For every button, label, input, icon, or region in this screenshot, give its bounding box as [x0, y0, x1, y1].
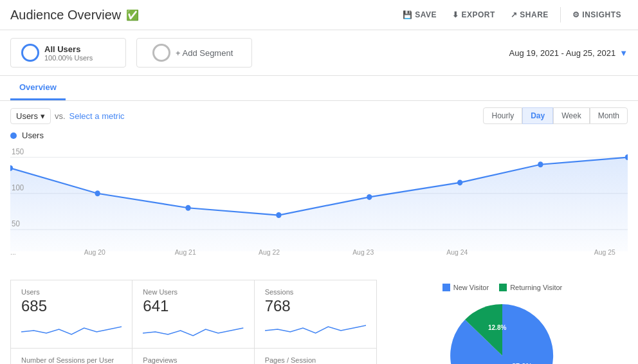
share-icon: ↗ [511, 10, 518, 19]
users-sparkline [21, 319, 122, 338]
pie-chart-container: 87.2% 12.8% [444, 298, 560, 365]
svg-text:Aug 22: Aug 22 [259, 248, 280, 256]
segments-left: All Users 100.00% Users + Add Segment [10, 38, 252, 68]
month-button[interactable]: Month [590, 107, 628, 124]
stat-users-value: 685 [21, 297, 122, 315]
stat-users-label: Users [21, 288, 122, 296]
new-visitor-color [442, 284, 450, 291]
new-users-sparkline [143, 319, 243, 338]
stat-sessions-per-user: Number of Sessions per User 1.12 [11, 349, 132, 364]
metric-dropdown[interactable]: Users ▾ [10, 108, 51, 124]
stat-sessions-value: 768 [265, 297, 366, 315]
svg-point-9 [457, 179, 462, 185]
header-divider [560, 7, 561, 23]
chart-legend: Users [10, 131, 628, 143]
stat-new-users-value: 641 [143, 297, 243, 315]
chart-legend-label: Users [22, 131, 44, 140]
new-visitor-label: New Visitor [453, 284, 489, 291]
stat-sessions-label: Sessions [265, 288, 366, 296]
time-buttons: Hourly Day Week Month [483, 107, 628, 124]
svg-text:Aug 21: Aug 21 [175, 248, 196, 256]
segments-bar: All Users 100.00% Users + Add Segment Au… [0, 30, 638, 76]
add-segment-label: + Add Segment [176, 48, 233, 58]
date-range-text: Aug 19, 2021 - Aug 25, 2021 [509, 48, 616, 58]
returning-visitor-legend: Returning Visitor [499, 284, 562, 291]
svg-text:Aug 20: Aug 20 [84, 248, 105, 256]
stats-grid: Users 685 New Users 641 Sessions 768 Num… [10, 280, 377, 364]
save-icon: 💾 [403, 10, 413, 19]
date-range-picker[interactable]: Aug 19, 2021 - Aug 25, 2021 ▼ [509, 48, 628, 58]
stat-sessions-per-user-label: Number of Sessions per User [21, 356, 122, 364]
segment-circle-blue [21, 44, 39, 62]
tab-overview[interactable]: Overview [10, 76, 66, 100]
users-legend-dot [10, 132, 17, 139]
segment-text: All Users 100.00% Users [44, 44, 93, 62]
stat-pageviews-label: Pageviews [143, 356, 243, 364]
new-visitor-legend: New Visitor [442, 284, 489, 291]
svg-text:Aug 25: Aug 25 [594, 248, 615, 256]
stat-new-users: New Users 641 [132, 280, 254, 349]
chart-area: Users [0, 131, 638, 272]
returning-visitor-pct-label: 12.8% [488, 324, 506, 331]
svg-text:Aug 23: Aug 23 [352, 248, 374, 256]
pie-legend: New Visitor Returning Visitor [442, 284, 563, 291]
svg-point-8 [367, 194, 372, 200]
vs-text: vs. [55, 111, 66, 121]
select-metric-link[interactable]: Select a metric [69, 111, 125, 121]
sessions-sparkline [265, 319, 366, 338]
hourly-button[interactable]: Hourly [483, 107, 522, 124]
stat-new-users-label: New Users [143, 288, 243, 296]
verified-icon: ✅ [126, 9, 139, 21]
header-actions: 💾 SAVE ⬇ EXPORT ↗ SHARE ⚙ INSIGHTS [396, 6, 628, 23]
insights-button[interactable]: ⚙ INSIGHTS [566, 6, 628, 23]
svg-marker-3 [10, 158, 628, 251]
svg-text:100: 100 [12, 183, 24, 193]
svg-point-10 [538, 161, 543, 167]
save-button[interactable]: 💾 SAVE [396, 6, 443, 23]
metric-selector: Users ▾ vs. Select a metric [10, 108, 125, 124]
pie-chart-svg: 87.2% 12.8% [444, 298, 560, 365]
header: Audience Overview ✅ 💾 SAVE ⬇ EXPORT ↗ SH… [0, 0, 638, 30]
date-range-arrow-icon: ▼ [619, 48, 628, 58]
stat-pages-per-session: Pages / Session 1.60 [255, 349, 376, 364]
tabs-bar: Overview [0, 76, 638, 101]
svg-text:150: 150 [12, 147, 24, 157]
stat-sessions: Sessions 768 [255, 280, 376, 349]
chart-controls: Users ▾ vs. Select a metric Hourly Day W… [0, 101, 638, 131]
stat-users: Users 685 [11, 280, 132, 349]
new-visitor-pct-label: 87.2% [512, 362, 532, 365]
svg-point-5 [95, 190, 100, 196]
primary-segment[interactable]: All Users 100.00% Users [10, 38, 126, 68]
pie-chart-section: New Visitor Returning Visitor [377, 280, 628, 364]
line-chart-svg: 150 100 50 ... Aug 20 Aug 21 Aug 22 Aug … [10, 143, 628, 259]
export-button[interactable]: ⬇ EXPORT [446, 6, 502, 23]
segment-name: All Users [44, 44, 93, 54]
metric-label: Users [16, 111, 38, 121]
header-left: Audience Overview ✅ [10, 8, 139, 23]
insights-icon: ⚙ [572, 10, 580, 19]
segment-percentage: 100.00% Users [44, 54, 93, 62]
share-button[interactable]: ↗ SHARE [504, 6, 555, 23]
svg-point-6 [185, 205, 190, 211]
returning-visitor-label: Returning Visitor [510, 284, 562, 291]
metric-dropdown-arrow: ▾ [41, 111, 45, 121]
line-chart-container: 150 100 50 ... Aug 20 Aug 21 Aug 22 Aug … [10, 143, 628, 259]
page-title: Audience Overview [10, 8, 121, 23]
stat-pages-per-session-label: Pages / Session [265, 356, 366, 364]
svg-text:50: 50 [12, 219, 20, 229]
segment-circle-gray [152, 44, 170, 62]
day-button[interactable]: Day [522, 107, 553, 124]
export-icon: ⬇ [452, 10, 459, 19]
svg-text:Aug 24: Aug 24 [446, 248, 468, 256]
stat-pageviews: Pageviews 1,232 [132, 349, 254, 364]
returning-visitor-color [499, 284, 507, 291]
add-segment-button[interactable]: + Add Segment [136, 38, 252, 68]
svg-point-7 [276, 212, 281, 218]
svg-text:...: ... [10, 248, 16, 256]
week-button[interactable]: Week [553, 107, 589, 124]
stats-section: Users 685 New Users 641 Sessions 768 Num… [0, 272, 638, 364]
